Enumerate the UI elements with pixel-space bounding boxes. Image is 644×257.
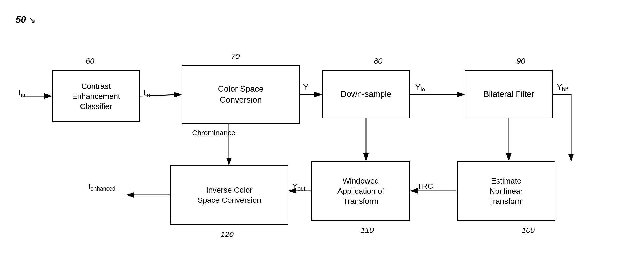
- signal-I-enhanced: Ienhanced: [88, 182, 116, 192]
- label-60: 60: [86, 57, 94, 65]
- windowed-application-block: WindowedApplication ofTransform: [311, 161, 410, 221]
- contrast-enhancement-block: ContrastEnhancementClassifier: [52, 70, 140, 122]
- label-100: 100: [522, 226, 535, 235]
- inverse-color-space-block: Inverse ColorSpace Conversion: [170, 165, 288, 225]
- estimate-nonlinear-block: EstimateNonlinearTransform: [457, 161, 555, 221]
- color-space-conversion-block: Color SpaceConversion: [182, 65, 300, 124]
- signal-Y-blf: Yblf: [557, 83, 568, 93]
- signal-Y-lo: Ylo: [415, 83, 425, 93]
- signal-Y-out: Yout: [292, 182, 306, 192]
- signal-TRC: TRC: [417, 182, 433, 191]
- signal-I-in-right: Iin: [143, 88, 150, 99]
- label-90: 90: [517, 57, 525, 65]
- label-120: 120: [221, 230, 234, 239]
- diagram-container: 50 ↘ Contras: [0, 0, 644, 257]
- bilateral-filter-block: Bilateral Filter: [465, 70, 553, 118]
- label-70: 70: [231, 52, 240, 61]
- label-110: 110: [361, 226, 374, 235]
- label-80: 80: [374, 57, 382, 65]
- down-sample-block: Down-sample: [322, 70, 410, 118]
- signal-I-in-left: Iin: [19, 88, 25, 99]
- signal-chrominance: Chrominance: [192, 129, 235, 137]
- signal-Y: Y: [303, 83, 308, 91]
- figure-label: 50 ↘: [16, 14, 36, 25]
